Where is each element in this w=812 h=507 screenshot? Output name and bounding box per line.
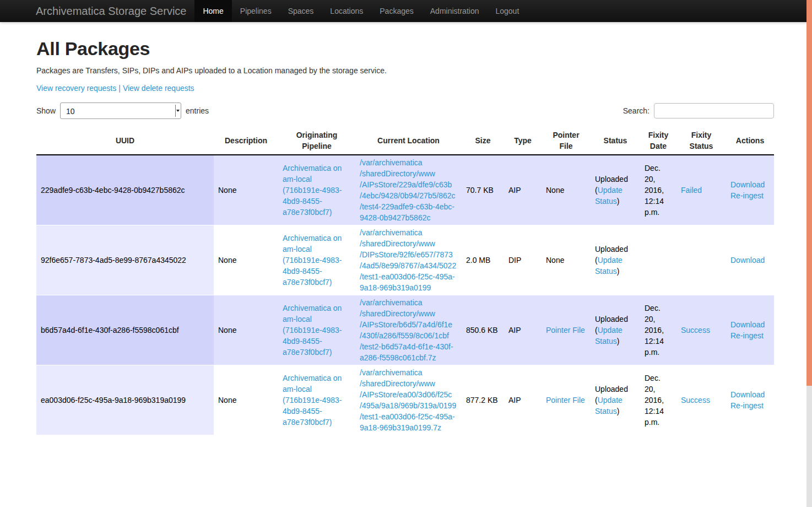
nav-item-administration[interactable]: Administration: [422, 0, 488, 22]
location-link[interactable]: ​/var​/archivematica​/sharedDirectory​/w…: [360, 228, 456, 292]
column-header-description[interactable]: Description: [214, 127, 278, 155]
page-description: Packages are Transfers, SIPs, DIPs and A…: [36, 65, 774, 76]
column-header-pointer-file[interactable]: Pointer File: [542, 127, 591, 155]
search-label: Search:: [623, 105, 649, 116]
table-row: b6d57a4d-6f1e-430f-a286-f5598c061cbfNone…: [36, 295, 774, 365]
download-link[interactable]: Download: [730, 180, 765, 189]
fixity-status-link[interactable]: Failed: [681, 186, 702, 195]
cell-status: Uploaded (Update Status): [591, 155, 640, 225]
page-size-value: 10: [66, 107, 75, 116]
column-header-status[interactable]: Status: [591, 127, 640, 155]
status-text: ): [617, 337, 620, 346]
table-head: UUIDDescriptionOriginating PipelineCurre…: [36, 127, 774, 155]
table-controls: Show 10 entries Search:: [36, 103, 774, 119]
cell-type: DIP: [504, 225, 542, 295]
pipeline-link[interactable]: Archivematica on am-local (716b191e-4983…: [283, 234, 342, 287]
cell-status: Uploaded (Update Status): [591, 365, 640, 435]
entries-label: entries: [186, 105, 209, 116]
search-control: Search:: [623, 103, 774, 118]
view-recovery-requests-link[interactable]: View recovery requests: [36, 84, 116, 93]
re-ingest-link[interactable]: Re-ingest: [730, 331, 764, 340]
cell-size: 2.0 MB: [462, 225, 504, 295]
pointer-file-link[interactable]: Pointer File: [546, 396, 585, 404]
pipeline-link[interactable]: Archivematica on am-local (716b191e-4983…: [283, 304, 342, 357]
cell-type: AIP: [504, 155, 542, 225]
cell-fixity-date: [640, 225, 676, 295]
nav-item-home[interactable]: Home: [194, 0, 231, 22]
nav-item-locations[interactable]: Locations: [322, 0, 371, 22]
search-input[interactable]: [654, 103, 774, 118]
cell-type: AIP: [504, 295, 542, 365]
cell-current-location: ​/var​/archivematica​/sharedDirectory​/w…: [355, 225, 462, 295]
status-text: ): [617, 407, 620, 416]
select-divider: [175, 105, 176, 117]
request-links: View recovery requests|View delete reque…: [36, 83, 774, 94]
status-text: ): [617, 267, 620, 276]
column-header-originating-pipeline[interactable]: Originating Pipeline: [278, 127, 355, 155]
column-header-actions[interactable]: Actions: [726, 127, 774, 155]
cell-uuid: 92f6e657-7873-4ad5-8e99-8767a4345022: [36, 225, 214, 295]
cell-fixity-status: Failed: [676, 155, 726, 225]
view-delete-requests-link[interactable]: View delete requests: [123, 84, 194, 93]
cell-originating-pipeline: Archivematica on am-local (716b191e-4983…: [278, 225, 355, 295]
download-link[interactable]: Download: [730, 390, 765, 399]
pipeline-link[interactable]: Archivematica on am-local (716b191e-4983…: [283, 374, 342, 427]
page-title: All Packages: [36, 37, 774, 60]
pipeline-link[interactable]: Archivematica on am-local (716b191e-4983…: [283, 164, 342, 217]
nav-item-packages[interactable]: Packages: [371, 0, 421, 22]
cell-status: Uploaded (Update Status): [591, 225, 640, 295]
nav-item-logout[interactable]: Logout: [487, 0, 527, 22]
app-title: Archivematica Storage Service: [36, 0, 186, 22]
cell-originating-pipeline: Archivematica on am-local (716b191e-4983…: [278, 295, 355, 365]
cell-pointer-file: None: [542, 225, 591, 295]
cell-pointer-file: Pointer File: [542, 295, 591, 365]
status-text: ): [617, 197, 620, 206]
location-link[interactable]: ​/var​/archivematica​/sharedDirectory​/w…: [360, 158, 456, 222]
download-link[interactable]: Download: [730, 320, 765, 329]
location-link[interactable]: ​/var​/archivematica​/sharedDirectory​/w…: [360, 368, 456, 432]
page-size-control: Show 10 entries: [36, 103, 209, 119]
cell-originating-pipeline: Archivematica on am-local (716b191e-4983…: [278, 365, 355, 435]
cell-uuid: b6d57a4d-6f1e-430f-a286-f5598c061cbf: [36, 295, 214, 365]
scrollbar-thumb[interactable]: [806, 0, 812, 386]
nav-list: HomePipelinesSpacesLocationsPackagesAdmi…: [194, 0, 527, 22]
fixity-status-link[interactable]: Success: [681, 326, 710, 335]
column-header-type[interactable]: Type: [504, 127, 542, 155]
column-header-fixity-status[interactable]: Fixity Status: [676, 127, 726, 155]
cell-description: None: [214, 225, 278, 295]
table-row: 229adfe9-c63b-4ebc-9428-0b9427b5862cNone…: [36, 155, 774, 225]
cell-actions: Download Re-ingest: [726, 365, 774, 435]
cell-status: Uploaded (Update Status): [591, 295, 640, 365]
table-row: 92f6e657-7873-4ad5-8e99-8767a4345022None…: [36, 225, 774, 295]
cell-description: None: [214, 295, 278, 365]
cell-actions: Download Re-ingest: [726, 295, 774, 365]
location-link[interactable]: ​/var​/archivematica​/sharedDirectory​/w…: [360, 298, 453, 362]
cell-size: 850.6 KB: [462, 295, 504, 365]
cell-fixity-status: [676, 225, 726, 295]
scrollbar[interactable]: [806, 0, 812, 507]
page-size-select[interactable]: 10: [60, 103, 181, 119]
cell-uuid: 229adfe9-c63b-4ebc-9428-0b9427b5862c: [36, 155, 214, 225]
pointer-file-link[interactable]: Pointer File: [546, 326, 585, 335]
cell-current-location: ​/var​/archivematica​/sharedDirectory​/w…: [355, 365, 462, 435]
cell-size: 877.2 KB: [462, 365, 504, 435]
table-body: 229adfe9-c63b-4ebc-9428-0b9427b5862cNone…: [36, 155, 774, 435]
cell-type: AIP: [504, 365, 542, 435]
download-link[interactable]: Download: [730, 256, 765, 265]
cell-pointer-file: None: [542, 155, 591, 225]
column-header-uuid[interactable]: UUID: [36, 127, 214, 155]
cell-actions: Download: [726, 225, 774, 295]
column-header-fixity-date[interactable]: Fixity Date: [640, 127, 676, 155]
cell-fixity-date: Dec. 20, 2016, 12:14 p.m.: [640, 155, 676, 225]
fixity-status-link[interactable]: Success: [681, 396, 710, 404]
nav-item-spaces[interactable]: Spaces: [280, 0, 322, 22]
packages-table: UUIDDescriptionOriginating PipelineCurre…: [36, 127, 774, 435]
cell-uuid: ea003d06-f25c-495a-9a18-969b319a0199: [36, 365, 214, 435]
nav-item-pipelines[interactable]: Pipelines: [232, 0, 280, 22]
re-ingest-link[interactable]: Re-ingest: [730, 191, 764, 200]
re-ingest-link[interactable]: Re-ingest: [730, 401, 764, 410]
cell-fixity-date: Dec. 20, 2016, 12:14 p.m.: [640, 295, 676, 365]
column-header-current-location[interactable]: Current Location: [355, 127, 462, 155]
main-content: All Packages Packages are Transfers, SIP…: [36, 37, 774, 435]
column-header-size[interactable]: Size: [462, 127, 504, 155]
